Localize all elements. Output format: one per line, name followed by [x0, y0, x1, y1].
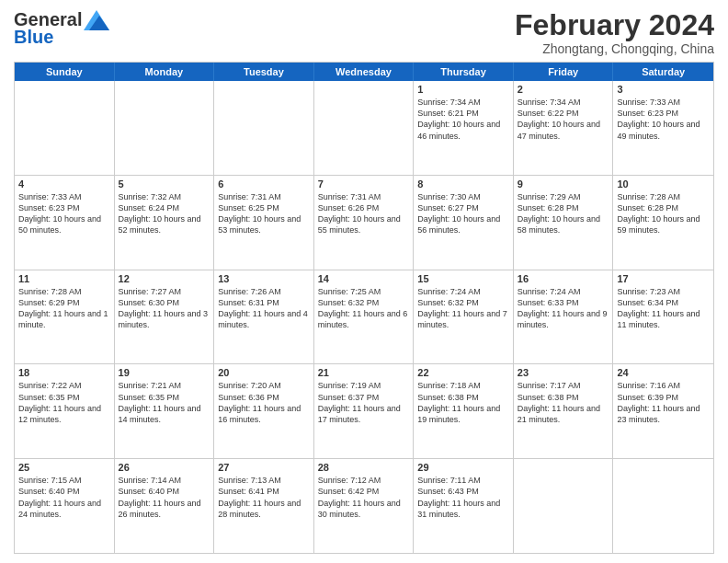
calendar-week-5: 25Sunrise: 7:15 AM Sunset: 6:40 PM Dayli… — [15, 459, 713, 553]
header-day-saturday: Saturday — [613, 63, 713, 81]
header-day-tuesday: Tuesday — [214, 63, 314, 81]
day-info: Sunrise: 7:34 AM Sunset: 6:21 PM Dayligh… — [417, 97, 509, 142]
day-number: 4 — [18, 178, 110, 190]
day-number: 7 — [318, 178, 410, 190]
day-info: Sunrise: 7:33 AM Sunset: 6:23 PM Dayligh… — [617, 97, 710, 142]
calendar-header-row: SundayMondayTuesdayWednesdayThursdayFrid… — [15, 63, 713, 81]
day-number: 6 — [218, 178, 310, 190]
calendar-cell: 7Sunrise: 7:31 AM Sunset: 6:26 PM Daylig… — [314, 176, 415, 270]
calendar-cell: 4Sunrise: 7:33 AM Sunset: 6:23 PM Daylig… — [15, 176, 115, 270]
day-number: 10 — [617, 178, 710, 190]
day-number: 1 — [417, 84, 509, 95]
calendar-cell: 15Sunrise: 7:24 AM Sunset: 6:32 PM Dayli… — [414, 270, 514, 364]
day-number: 25 — [18, 462, 110, 473]
calendar-cell: 14Sunrise: 7:25 AM Sunset: 6:32 PM Dayli… — [314, 270, 415, 364]
day-info: Sunrise: 7:28 AM Sunset: 6:29 PM Dayligh… — [18, 286, 110, 331]
day-info: Sunrise: 7:18 AM Sunset: 6:38 PM Dayligh… — [417, 380, 509, 425]
day-number: 14 — [318, 273, 410, 284]
calendar-week-3: 11Sunrise: 7:28 AM Sunset: 6:29 PM Dayli… — [15, 270, 713, 365]
day-number: 17 — [617, 273, 710, 284]
day-info: Sunrise: 7:26 AM Sunset: 6:31 PM Dayligh… — [218, 286, 310, 331]
day-info: Sunrise: 7:17 AM Sunset: 6:38 PM Dayligh… — [518, 380, 609, 425]
day-info: Sunrise: 7:22 AM Sunset: 6:35 PM Dayligh… — [18, 380, 110, 425]
calendar-cell: 1Sunrise: 7:34 AM Sunset: 6:21 PM Daylig… — [414, 81, 514, 175]
day-info: Sunrise: 7:30 AM Sunset: 6:27 PM Dayligh… — [417, 191, 509, 236]
day-number: 15 — [417, 273, 509, 284]
day-info: Sunrise: 7:21 AM Sunset: 6:35 PM Dayligh… — [119, 380, 210, 425]
day-info: Sunrise: 7:11 AM Sunset: 6:43 PM Dayligh… — [417, 475, 509, 520]
day-info: Sunrise: 7:27 AM Sunset: 6:30 PM Dayligh… — [119, 286, 210, 331]
header-day-friday: Friday — [514, 63, 614, 81]
day-number: 27 — [218, 462, 310, 473]
day-number: 24 — [617, 367, 710, 378]
calendar-cell: 22Sunrise: 7:18 AM Sunset: 6:38 PM Dayli… — [414, 364, 514, 458]
calendar-cell: 8Sunrise: 7:30 AM Sunset: 6:27 PM Daylig… — [414, 176, 514, 270]
day-number: 22 — [417, 367, 509, 378]
calendar-week-4: 18Sunrise: 7:22 AM Sunset: 6:35 PM Dayli… — [15, 364, 713, 459]
day-number: 19 — [119, 367, 210, 378]
calendar-cell: 6Sunrise: 7:31 AM Sunset: 6:25 PM Daylig… — [214, 176, 314, 270]
calendar-cell: 20Sunrise: 7:20 AM Sunset: 6:36 PM Dayli… — [214, 364, 314, 458]
calendar-cell: 16Sunrise: 7:24 AM Sunset: 6:33 PM Dayli… — [514, 270, 614, 364]
day-info: Sunrise: 7:24 AM Sunset: 6:33 PM Dayligh… — [518, 286, 609, 331]
day-number: 8 — [417, 178, 509, 190]
day-info: Sunrise: 7:31 AM Sunset: 6:26 PM Dayligh… — [318, 191, 410, 236]
calendar-cell: 9Sunrise: 7:29 AM Sunset: 6:28 PM Daylig… — [514, 176, 614, 270]
calendar-cell: 13Sunrise: 7:26 AM Sunset: 6:31 PM Dayli… — [214, 270, 314, 364]
calendar-cell: 26Sunrise: 7:14 AM Sunset: 6:40 PM Dayli… — [115, 459, 215, 553]
calendar-cell — [314, 81, 415, 175]
calendar-cell: 25Sunrise: 7:15 AM Sunset: 6:40 PM Dayli… — [15, 459, 115, 553]
day-number: 20 — [218, 367, 310, 378]
day-info: Sunrise: 7:33 AM Sunset: 6:23 PM Dayligh… — [18, 191, 110, 236]
day-number: 16 — [518, 273, 609, 284]
day-info: Sunrise: 7:12 AM Sunset: 6:42 PM Dayligh… — [318, 475, 410, 520]
day-info: Sunrise: 7:31 AM Sunset: 6:25 PM Dayligh… — [218, 191, 310, 236]
day-info: Sunrise: 7:15 AM Sunset: 6:40 PM Dayligh… — [18, 475, 110, 520]
calendar-cell: 29Sunrise: 7:11 AM Sunset: 6:43 PM Dayli… — [414, 459, 514, 553]
day-number: 21 — [318, 367, 410, 378]
day-number: 23 — [518, 367, 609, 378]
day-info: Sunrise: 7:32 AM Sunset: 6:24 PM Dayligh… — [119, 191, 210, 236]
logo: General Blue — [14, 9, 109, 48]
day-info: Sunrise: 7:20 AM Sunset: 6:36 PM Dayligh… — [218, 380, 310, 425]
calendar-cell — [214, 81, 314, 175]
calendar-cell: 27Sunrise: 7:13 AM Sunset: 6:41 PM Dayli… — [214, 459, 314, 553]
day-number: 3 — [617, 84, 710, 95]
location-subtitle: Zhongtang, Chongqing, China — [515, 41, 714, 56]
calendar-cell: 23Sunrise: 7:17 AM Sunset: 6:38 PM Dayli… — [514, 364, 614, 458]
calendar-cell: 24Sunrise: 7:16 AM Sunset: 6:39 PM Dayli… — [613, 364, 713, 458]
day-info: Sunrise: 7:16 AM Sunset: 6:39 PM Dayligh… — [617, 380, 710, 425]
logo-icon — [84, 10, 109, 30]
day-info: Sunrise: 7:13 AM Sunset: 6:41 PM Dayligh… — [218, 475, 310, 520]
calendar-week-1: 1Sunrise: 7:34 AM Sunset: 6:21 PM Daylig… — [15, 81, 713, 176]
day-number: 28 — [318, 462, 410, 473]
logo-text: General Blue — [14, 9, 109, 48]
calendar-cell: 5Sunrise: 7:32 AM Sunset: 6:24 PM Daylig… — [115, 176, 215, 270]
day-number: 12 — [119, 273, 210, 284]
calendar-cell: 12Sunrise: 7:27 AM Sunset: 6:30 PM Dayli… — [115, 270, 215, 364]
day-info: Sunrise: 7:29 AM Sunset: 6:28 PM Dayligh… — [518, 191, 609, 236]
day-number: 13 — [218, 273, 310, 284]
day-info: Sunrise: 7:28 AM Sunset: 6:28 PM Dayligh… — [617, 191, 710, 236]
calendar-cell: 18Sunrise: 7:22 AM Sunset: 6:35 PM Dayli… — [15, 364, 115, 458]
calendar-cell: 10Sunrise: 7:28 AM Sunset: 6:28 PM Dayli… — [613, 176, 713, 270]
calendar-cell: 3Sunrise: 7:33 AM Sunset: 6:23 PM Daylig… — [613, 81, 713, 175]
day-info: Sunrise: 7:23 AM Sunset: 6:34 PM Dayligh… — [617, 286, 710, 331]
calendar-body: 1Sunrise: 7:34 AM Sunset: 6:21 PM Daylig… — [15, 81, 713, 553]
calendar: SundayMondayTuesdayWednesdayThursdayFrid… — [14, 62, 714, 554]
day-number: 18 — [18, 367, 110, 378]
calendar-cell: 28Sunrise: 7:12 AM Sunset: 6:42 PM Dayli… — [314, 459, 415, 553]
calendar-week-2: 4Sunrise: 7:33 AM Sunset: 6:23 PM Daylig… — [15, 176, 713, 270]
day-number: 2 — [518, 84, 609, 95]
header-day-monday: Monday — [115, 63, 215, 81]
day-number: 5 — [119, 178, 210, 190]
page: General Blue February 2024 Zhongtang, Ch… — [0, 0, 728, 563]
header-day-thursday: Thursday — [414, 63, 514, 81]
day-info: Sunrise: 7:25 AM Sunset: 6:32 PM Dayligh… — [318, 286, 410, 331]
calendar-cell: 19Sunrise: 7:21 AM Sunset: 6:35 PM Dayli… — [115, 364, 215, 458]
header-day-sunday: Sunday — [15, 63, 115, 81]
day-info: Sunrise: 7:19 AM Sunset: 6:37 PM Dayligh… — [318, 380, 410, 425]
day-number: 11 — [18, 273, 110, 284]
calendar-cell — [15, 81, 115, 175]
calendar-cell: 17Sunrise: 7:23 AM Sunset: 6:34 PM Dayli… — [613, 270, 713, 364]
